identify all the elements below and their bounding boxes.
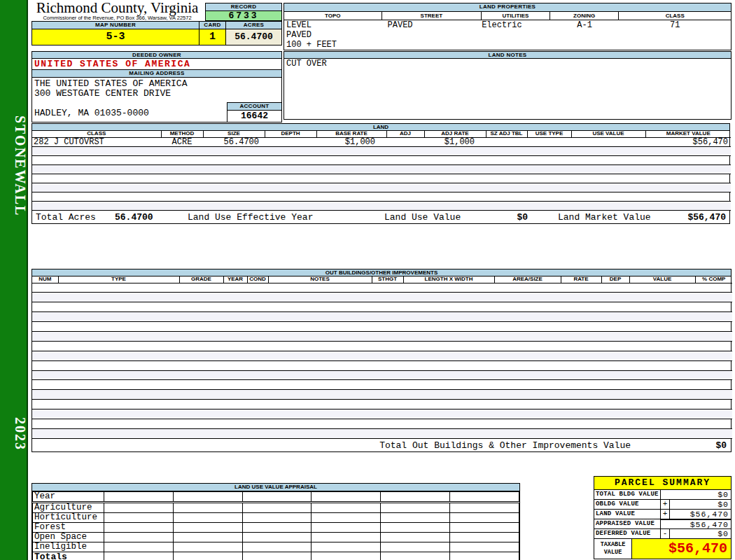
out-buildings-total-label: Total Out Buildings & Other Improvements… bbox=[379, 440, 631, 451]
plus-operator: + bbox=[661, 510, 670, 519]
empty-cell bbox=[173, 492, 242, 503]
empty-row bbox=[32, 183, 731, 192]
empty-row bbox=[32, 360, 732, 370]
parcel-summary-row: DEFERRED VALUE - $0 bbox=[594, 529, 731, 539]
land-properties-panel: LAND PROPERTIES TOPO STREET UTILITIES ZO… bbox=[284, 3, 732, 50]
empty-cell bbox=[450, 513, 519, 523]
address-line: 300 WESTGATE CENTER DRIVE bbox=[34, 88, 281, 98]
empty-cell bbox=[242, 523, 312, 533]
land-use-value-label: Land Use Value bbox=[384, 211, 461, 223]
taxable-value: $56,470 bbox=[632, 539, 731, 559]
out-buildings-total-value: $0 bbox=[715, 440, 727, 451]
account-box: ACCOUNT 16642 bbox=[227, 102, 282, 122]
minus-operator: - bbox=[661, 529, 670, 538]
parcel-summary-row: APPRAISED VALUE $56,470 bbox=[594, 519, 731, 529]
appraised-value: $56,470 bbox=[661, 519, 731, 528]
record-value: 6733 bbox=[205, 11, 282, 21]
out-buildings-panel: OUT BUILDINGS/OTHER IMPROVEMENTS NUM TYP… bbox=[31, 269, 732, 452]
obldg-value: $0 bbox=[670, 500, 731, 509]
appraisal-row: Totals bbox=[33, 552, 519, 560]
empty-row bbox=[32, 201, 731, 210]
appraisal-row: Horticulture bbox=[33, 513, 519, 523]
acres-header: ACRES bbox=[226, 21, 282, 29]
deeded-owner-header: DEEDED OWNER bbox=[31, 51, 282, 59]
land-value-label: LAND VALUE bbox=[594, 510, 661, 519]
district-label: STONEWALL bbox=[0, 91, 28, 241]
empty-cell bbox=[312, 492, 381, 503]
class-value: 71 bbox=[620, 20, 731, 30]
empty-cell bbox=[381, 513, 450, 523]
empty-row bbox=[32, 351, 732, 360]
account-header: ACCOUNT bbox=[227, 102, 282, 111]
topo-extra-1: PAVED bbox=[284, 30, 731, 40]
empty-cell bbox=[242, 533, 312, 542]
empty-row bbox=[32, 174, 731, 183]
land-value: $56,470 bbox=[670, 510, 731, 519]
record-box: RECORD 6733 bbox=[205, 3, 282, 21]
land-use-appraisal-header: LAND USE VALUE APPRAISAL bbox=[32, 484, 519, 491]
empty-cell bbox=[104, 492, 174, 503]
out-buildings-column-headers: NUM TYPE GRADE YEAR COND NOTES STHGT LEN… bbox=[32, 276, 732, 283]
parcel-summary-row: OBLDG VALUE + $0 bbox=[594, 500, 731, 510]
empty-cell bbox=[242, 513, 312, 523]
sidebar: STONEWALL 2023 bbox=[0, 0, 28, 560]
empty-cell bbox=[104, 513, 174, 523]
empty-cell bbox=[173, 552, 242, 560]
taxable-value-label: TAXABLE VALUE bbox=[594, 539, 632, 559]
empty-cell bbox=[381, 523, 450, 533]
map-number-header: MAP NUMBER bbox=[31, 21, 200, 29]
account-value: 16642 bbox=[227, 111, 282, 122]
col-street: STREET bbox=[382, 12, 482, 20]
empty-cell bbox=[242, 552, 312, 560]
empty-cell bbox=[173, 542, 242, 552]
land-use-appraisal-table: Year Agriculture Horticulture Forest Ope… bbox=[32, 491, 519, 560]
land-properties-values: LEVEL PAVED Electric A-1 71 bbox=[284, 20, 731, 30]
empty-cell bbox=[450, 492, 519, 503]
land-market-value-label: Land Market Value bbox=[558, 211, 651, 223]
empty-row bbox=[32, 400, 732, 410]
plus-operator: + bbox=[661, 500, 670, 509]
land-notes-panel: LAND NOTES CUT OVER bbox=[284, 51, 732, 120]
land-table-panel: LAND CLASS METHOD SIZE DEPTH BASE RATE A… bbox=[31, 123, 730, 224]
land-totals-row: Total Acres 56.4700 Land Use Effective Y… bbox=[32, 211, 729, 223]
empty-row bbox=[32, 322, 732, 332]
col-zoning: ZONING bbox=[550, 12, 620, 20]
empty-row bbox=[32, 410, 732, 419]
land-use-appraisal-panel: LAND USE VALUE APPRAISAL Year Agricultur… bbox=[31, 483, 520, 560]
empty-cell bbox=[450, 552, 519, 560]
col-utilities: UTILITIES bbox=[482, 12, 550, 20]
empty-cell bbox=[450, 503, 519, 513]
map-number-value: 5-3 bbox=[31, 29, 200, 46]
parcel-summary-header: PARCEL SUMMARY bbox=[594, 477, 731, 490]
empty-row bbox=[32, 155, 731, 164]
total-acres-label: Total Acres bbox=[36, 211, 96, 223]
empty-row bbox=[32, 419, 732, 428]
property-record-card: STONEWALL 2023 Richmond County, Virginia… bbox=[0, 0, 735, 560]
empty-cell bbox=[381, 503, 450, 513]
empty-cell bbox=[242, 503, 312, 513]
topo-value: LEVEL bbox=[284, 20, 382, 30]
empty-row bbox=[32, 164, 731, 174]
land-notes-header: LAND NOTES bbox=[284, 51, 732, 59]
empty-cell bbox=[450, 542, 519, 552]
tax-year-label: 2023 bbox=[0, 399, 28, 469]
parcel-summary-row: LAND VALUE + $56,470 bbox=[594, 510, 731, 519]
acres-value: 56.4700 bbox=[226, 29, 282, 46]
empty-row bbox=[32, 331, 732, 341]
appraisal-row: Open Space bbox=[33, 533, 519, 542]
empty-cell bbox=[104, 542, 174, 552]
land-use-effective-year-label: Land Use Effective Year bbox=[188, 211, 313, 223]
empty-cell bbox=[173, 513, 242, 523]
page-title: Richmond County, Virginia bbox=[31, 0, 203, 15]
taxable-value-row: TAXABLE VALUE $56,470 bbox=[594, 539, 731, 559]
empty-cell bbox=[450, 523, 519, 533]
topo-extra-2: 100 + FEET bbox=[284, 40, 731, 50]
land-table: CLASS METHOD SIZE DEPTH BASE RATE ADJ AD… bbox=[32, 131, 731, 211]
empty-cell bbox=[381, 533, 450, 542]
empty-cell bbox=[173, 503, 242, 513]
address-line: THE UNITED STATES OF AMERICA bbox=[34, 78, 281, 88]
empty-row bbox=[32, 146, 731, 155]
total-bldg-value: $0 bbox=[661, 490, 731, 499]
empty-cell bbox=[242, 492, 312, 503]
parcel-summary-panel: PARCEL SUMMARY TOTAL BLDG VALUE $0 OBLDG… bbox=[594, 476, 732, 559]
